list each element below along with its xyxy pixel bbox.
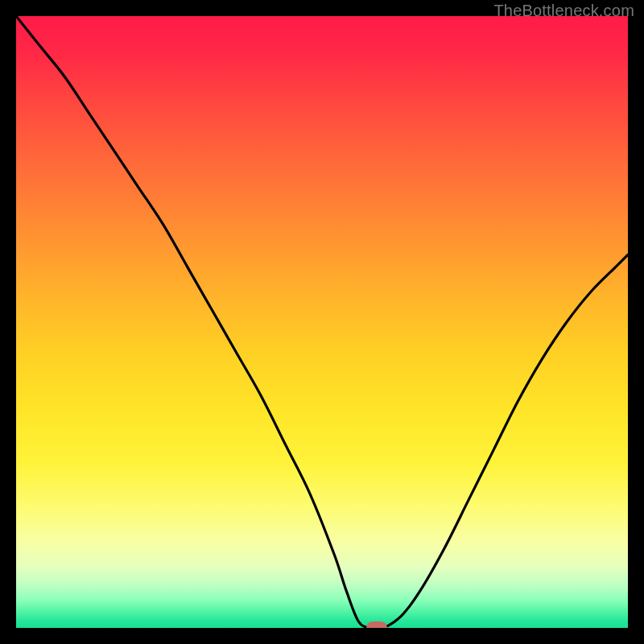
optimal-point-marker: [366, 621, 387, 628]
chart-frame: TheBottleneck.com: [0, 0, 644, 644]
bottleneck-curve: [16, 16, 628, 628]
plot-area: [16, 16, 628, 628]
watermark-text: TheBottleneck.com: [493, 2, 634, 20]
